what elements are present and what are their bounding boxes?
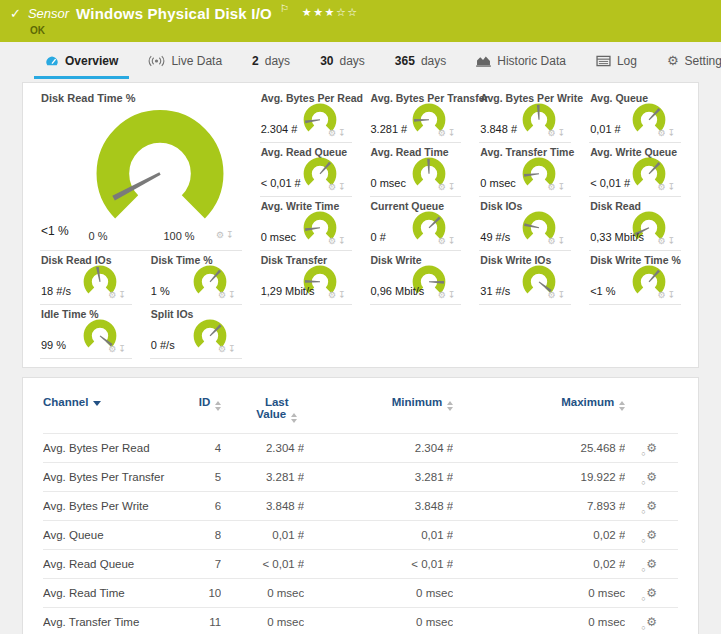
gauge-gear-icon[interactable]: ⚙ [218, 344, 228, 354]
gauge-gear-icon[interactable]: ⚙ [328, 290, 338, 300]
gauge-pin-icon[interactable]: ↧ [667, 182, 677, 192]
channel-minimum: 0 msec [304, 579, 453, 608]
gauge-gear-icon[interactable]: ⚙ [438, 182, 448, 192]
gauge-pin-icon[interactable]: ↧ [448, 236, 458, 246]
channel-settings-icon[interactable]: ○⚙ [646, 441, 657, 455]
tab[interactable]: Historic Data [461, 42, 581, 79]
gauge-pin-icon[interactable]: ↧ [558, 236, 568, 246]
channel-id: 6 [175, 492, 222, 521]
channel-name[interactable]: Avg. Read Queue [43, 550, 175, 579]
gauge-gear-icon[interactable]: ⚙ [328, 128, 338, 138]
channel-id: 7 [175, 550, 222, 579]
gauge-value: < 0,01 # [261, 177, 301, 189]
gauge-gear-icon[interactable]: ⚙ [548, 290, 558, 300]
gauge-pin-icon[interactable]: ↧ [228, 290, 238, 300]
gauge-cell: Avg. Bytes Per Read 2.304 # ⚙↧ [260, 89, 352, 143]
gauge-value: 0,33 Mbit/s [590, 231, 644, 243]
gauge-value: 49 #/s [480, 231, 510, 243]
gauge-gear-icon[interactable]: ⚙ [438, 236, 448, 246]
channel-settings-icon[interactable]: ○⚙ [646, 470, 657, 484]
gauge-gear-icon[interactable]: ⚙ [657, 182, 667, 192]
gauge-pin-icon[interactable]: ↧ [667, 128, 677, 138]
gauge-cell: Disk Time % 1 % ⚙↧ [150, 251, 242, 305]
gauge-gear-icon[interactable]: ⚙ [438, 128, 448, 138]
channel-settings-icon[interactable]: ○⚙ [646, 557, 657, 571]
gauge-cell: Avg. Transfer Time 0 msec ⚙↧ [479, 143, 571, 197]
column-header-minimum[interactable]: Minimum [304, 390, 453, 434]
channel-name[interactable]: Avg. Bytes Per Read [43, 434, 175, 463]
table-row: Avg. Transfer Time 11 0 msec 0 msec 0 ms… [43, 608, 678, 634]
gauge-gear-icon[interactable]: ⚙ [328, 236, 338, 246]
channel-last-value: 0,01 # [221, 521, 304, 550]
tab-label: Historic Data [497, 54, 566, 68]
tab[interactable]: 2 days [237, 42, 305, 79]
channel-last-value: 0 msec [221, 608, 304, 634]
channel-table-panel: Channel ID Last Value Minimum Maximum [22, 377, 699, 634]
channel-name[interactable]: Avg. Read Time [43, 579, 175, 608]
channel-settings-icon[interactable]: ○⚙ [646, 499, 657, 513]
gauge-pin-icon[interactable]: ↧ [118, 290, 128, 300]
column-header-last-value[interactable]: Last Value [221, 390, 304, 434]
gauge-gear-icon[interactable]: ⚙ [548, 128, 558, 138]
tab[interactable]: Log [581, 42, 652, 79]
gauge-gear-icon[interactable]: ⚙ [548, 236, 558, 246]
gauge-gear-icon[interactable]: ⚙ [108, 344, 118, 354]
channel-settings-icon[interactable]: ○⚙ [646, 528, 657, 542]
gauge-pin-icon[interactable]: ↧ [558, 128, 568, 138]
sort-icon [291, 413, 297, 423]
gauge-gear-icon[interactable]: ⚙ [328, 182, 338, 192]
tab-bar: Overview Live Data [0, 42, 721, 79]
gauge-pin-icon[interactable]: ↧ [338, 182, 348, 192]
tab[interactable]: Overview [30, 42, 133, 79]
gauge-gear-icon[interactable]: ⚙ [108, 290, 118, 300]
tab-label-number: 30 [320, 54, 333, 68]
gauge-pin-icon[interactable]: ↧ [448, 128, 458, 138]
sensor-kind-label: Sensor [28, 6, 69, 21]
channel-maximum: 19.922 # [453, 463, 625, 492]
gauge-pin-icon[interactable]: ↧ [118, 344, 128, 354]
gauge-pin-icon[interactable]: ↧ [338, 290, 348, 300]
gauge-pin-icon[interactable]: ↧ [558, 290, 568, 300]
flag-icon[interactable]: ⚐ [280, 3, 289, 14]
priority-stars[interactable]: ★★★☆☆ [302, 6, 359, 19]
gauge-value: 0 #/s [151, 339, 175, 351]
gauge-pin-icon[interactable]: ↧ [226, 230, 236, 240]
column-header-maximum[interactable]: Maximum [453, 390, 625, 434]
channel-name[interactable]: Avg. Queue [43, 521, 175, 550]
gauge-pin-icon[interactable]: ↧ [338, 236, 348, 246]
tab-label-number: 2 [252, 54, 259, 68]
gauge-gear-icon[interactable]: ⚙ [657, 236, 667, 246]
gauge-pin-icon[interactable]: ↧ [667, 290, 677, 300]
gauge-gear-icon[interactable]: ⚙ [438, 290, 448, 300]
column-header-id[interactable]: ID [175, 390, 222, 434]
channel-name[interactable]: Avg. Bytes Per Write [43, 492, 175, 521]
channel-maximum: 0,02 # [453, 550, 625, 579]
channel-settings-icon[interactable]: ○⚙ [646, 615, 657, 629]
channel-settings-icon[interactable]: ○⚙ [646, 586, 657, 600]
gauge-pin-icon[interactable]: ↧ [448, 182, 458, 192]
gauge-pin-icon[interactable]: ↧ [228, 344, 238, 354]
gauge-cell: Disk Read 0,33 Mbit/s ⚙↧ [589, 197, 681, 251]
gauge-gear-icon[interactable]: ⚙ [657, 128, 667, 138]
gauge-pin-icon[interactable]: ↧ [558, 182, 568, 192]
gauge-gear-icon[interactable]: ⚙ [218, 290, 228, 300]
gauge-cell: Idle Time % 99 % ⚙↧ [40, 305, 132, 359]
channel-maximum: 0 msec [453, 608, 625, 634]
tab[interactable]: ⚙ Settings [652, 42, 721, 79]
gauge-cell: Avg. Queue 0,01 # ⚙↧ [589, 89, 681, 143]
gauge-pin-icon[interactable]: ↧ [667, 236, 677, 246]
gauge-cell: Avg. Write Time 0 msec ⚙↧ [260, 197, 352, 251]
tab[interactable]: 30 days [305, 42, 380, 79]
column-header-channel[interactable]: Channel [43, 390, 175, 434]
channel-last-value: 2.304 # [221, 434, 304, 463]
gauge-gear-icon[interactable]: ⚙ [548, 182, 558, 192]
gauge-gear-icon[interactable]: ⚙ [657, 290, 667, 300]
channel-name[interactable]: Avg. Bytes Per Transfer [43, 463, 175, 492]
tab[interactable]: Live Data [133, 42, 237, 79]
tab[interactable]: 365 days [380, 42, 461, 79]
gauge-pin-icon[interactable]: ↧ [448, 290, 458, 300]
channel-name[interactable]: Avg. Transfer Time [43, 608, 175, 634]
gauge-gear-icon[interactable]: ⚙ [216, 230, 226, 240]
gauge-pin-icon[interactable]: ↧ [338, 128, 348, 138]
tab-label: Log [617, 54, 637, 68]
